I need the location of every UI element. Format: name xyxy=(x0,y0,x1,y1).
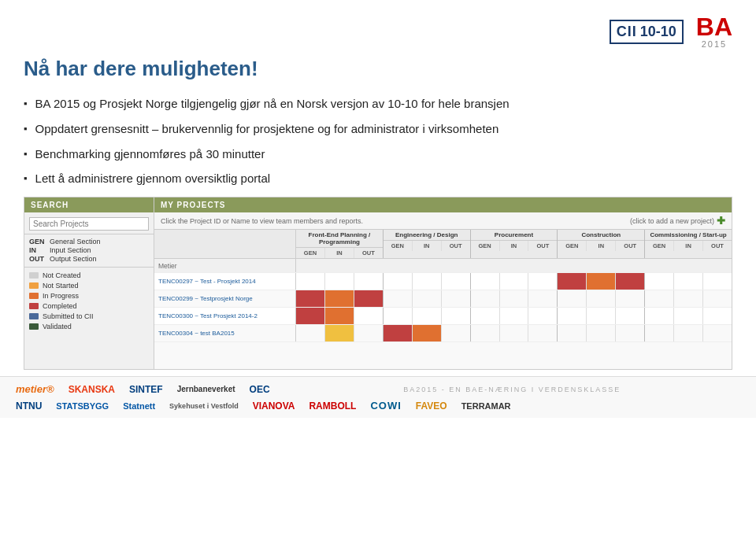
table-row[interactable]: TENC00299 ~ Testprosjekt Norge xyxy=(154,290,732,308)
status-dot-not-created xyxy=(29,272,39,279)
cell-block xyxy=(558,273,587,290)
add-project-link[interactable]: (click to add a new project) ✚ xyxy=(630,215,725,227)
phase-header-row: Front-End Planning / Programming GEN IN … xyxy=(154,230,732,259)
table-row[interactable]: TENC00300 ~ Test Prosjekt 2014-2 xyxy=(154,308,732,325)
logo-sintef: SINTEF xyxy=(129,384,163,395)
bullet-list: BA 2015 og Prosjekt Norge tilgjengelig g… xyxy=(24,95,732,187)
status-dot-in-progress xyxy=(29,293,39,299)
table-row[interactable]: TENC00297 ~ Test - Prosjekt 2014 xyxy=(154,273,732,290)
bullet-item-4: Lett å administrere gjennom oversiktlig … xyxy=(24,170,732,187)
status-completed: Completed xyxy=(29,302,149,310)
company-project-col-header xyxy=(154,230,296,258)
search-legend: GEN General Section IN Input Section OUT… xyxy=(24,234,154,268)
cell-block xyxy=(616,273,644,290)
status-not-started: Not Started xyxy=(29,282,149,290)
status-dot-completed xyxy=(29,303,39,309)
logo-jernbaneverket: Jernbaneverket xyxy=(177,385,235,393)
cell-block xyxy=(325,325,354,341)
legend-row-in: IN Input Section xyxy=(29,246,149,254)
legend-row-out: OUT Output Section xyxy=(29,255,149,263)
project-link[interactable]: TENC00300 ~ Test Prosjekt 2014-2 xyxy=(154,308,296,324)
bullet-item-1: BA 2015 og Prosjekt Norge tilgjengelig g… xyxy=(24,95,732,113)
status-dot-submitted xyxy=(29,313,39,319)
projects-table: Front-End Planning / Programming GEN IN … xyxy=(154,230,732,369)
phase-construction: Construction GEN IN OUT xyxy=(558,230,645,258)
phase-commissioning: Commissioning / Start-up GEN IN OUT xyxy=(645,230,732,258)
cell-block xyxy=(325,308,354,324)
table-row[interactable]: TENC00304 ~ test BA2015 xyxy=(154,325,732,342)
footer-logos-row-1: metier® SKANSKA SINTEF Jernbaneverket OE… xyxy=(16,383,740,395)
footer-tagline: BA2015 - EN BAE-NÆRING I VERDENSKLASSE xyxy=(284,386,740,393)
logo-skanska: SKANSKA xyxy=(69,384,115,395)
logo-faveo: FAVEO xyxy=(416,401,447,412)
logo-statnett: Statnett xyxy=(123,401,155,411)
add-project-icon[interactable]: ✚ xyxy=(717,215,725,227)
cell-block xyxy=(296,290,325,307)
footer-logos-row-2: NTNU STATSBYGG Statnett Sykehuset i Vest… xyxy=(16,400,740,412)
projects-panel: MY PROJECTS Click the Project ID or Name… xyxy=(154,197,732,369)
logo-ramboll: RAMBOLL xyxy=(309,401,356,412)
cell-block xyxy=(296,308,325,324)
bullet-item-2: Oppdatert grensesnitt – brukervennlig fo… xyxy=(24,120,732,138)
footer-logos: metier® SKANSKA SINTEF Jernbaneverket OE… xyxy=(0,376,756,418)
search-header-label: SEARCH xyxy=(24,197,154,212)
status-in-progress: In Progress xyxy=(29,292,149,300)
logo-oec: OEC xyxy=(250,384,270,395)
bullet-item-3: Benchmarking gjennomføres på 30 minutter xyxy=(24,146,732,163)
cell-block xyxy=(587,273,616,290)
logo-metier: metier® xyxy=(16,383,54,395)
logo-sykehuset: Sykehuset i Vestfold xyxy=(169,402,239,410)
ba-logo: BA 2015 xyxy=(696,14,732,49)
projects-subheader: Click the Project ID or Name to view tea… xyxy=(154,212,732,230)
logo-ntnu: NTNU xyxy=(16,401,42,412)
status-dot-validated xyxy=(29,323,39,330)
page-header: CII 10-10 BA 2015 xyxy=(0,0,756,57)
cii-logo: CII 10-10 xyxy=(610,20,684,44)
category-row-metier: Metier xyxy=(154,259,732,273)
page-title: Nå har dere muligheten! xyxy=(24,57,732,81)
project-link[interactable]: TENC00297 ~ Test - Prosjekt 2014 xyxy=(154,273,296,290)
cell-block xyxy=(384,325,413,341)
status-legend: Not Created Not Started In Progress Comp… xyxy=(24,268,154,337)
search-input[interactable] xyxy=(29,217,149,231)
phase-engineering: Engineering / Design GEN IN OUT xyxy=(384,230,471,258)
projects-header-label: MY PROJECTS xyxy=(154,197,732,212)
phase-procurement: Procurement GEN IN OUT xyxy=(471,230,558,258)
main-content: Nå har dere muligheten! BA 2015 og Prosj… xyxy=(0,57,756,370)
logo-vianova: VIANOVA xyxy=(253,401,295,412)
header-logos: CII 10-10 BA 2015 xyxy=(610,14,732,49)
cell-block xyxy=(354,290,383,307)
logo-statsbygg: STATSBYGG xyxy=(56,401,109,411)
status-submitted: Submitted to CII xyxy=(29,312,149,320)
cell-block xyxy=(413,325,442,341)
cell-block xyxy=(325,290,354,307)
project-link[interactable]: TENC00304 ~ test BA2015 xyxy=(154,325,296,341)
legend-row-gen: GEN General Section xyxy=(29,238,149,245)
status-validated: Validated xyxy=(29,323,149,330)
app-screenshot-panel: SEARCH GEN General Section IN Input Sect… xyxy=(24,197,732,370)
phase-fe-planning: Front-End Planning / Programming GEN IN … xyxy=(296,230,384,258)
project-link[interactable]: TENC00299 ~ Testprosjekt Norge xyxy=(154,290,296,307)
search-sidebar: SEARCH GEN General Section IN Input Sect… xyxy=(24,197,154,369)
status-not-created: Not Created xyxy=(29,271,149,279)
logo-cowi: COWI xyxy=(370,400,401,412)
logo-terramar: TERRAMAR xyxy=(461,401,511,411)
search-input-area[interactable] xyxy=(24,212,154,234)
status-dot-not-started xyxy=(29,282,39,289)
